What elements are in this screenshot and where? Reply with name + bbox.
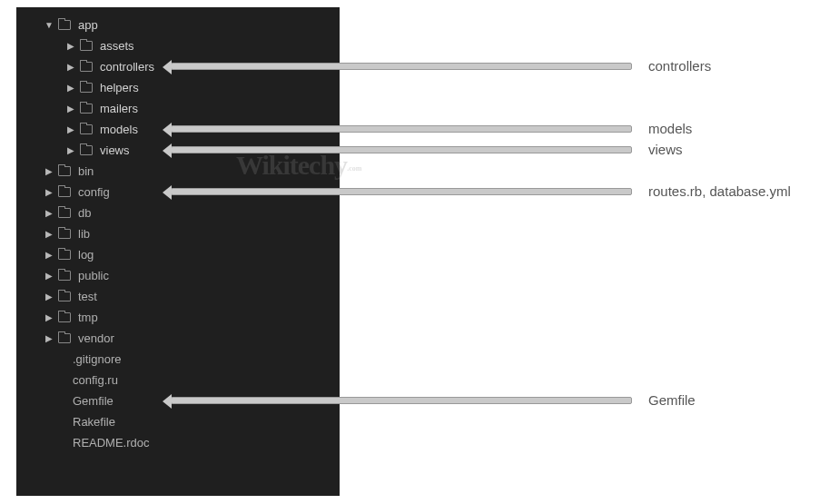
folder-icon — [58, 271, 71, 281]
callout-gemfile: Gemfile — [171, 392, 696, 408]
chevron-right-icon: ▶ — [65, 83, 76, 93]
tree-item-db[interactable]: ▶ db — [16, 203, 340, 223]
folder-icon — [58, 208, 71, 218]
watermark-sub: .com — [347, 164, 361, 173]
chevron-right-icon: ▶ — [65, 145, 76, 155]
folder-icon — [58, 292, 71, 301]
tree-item-public[interactable]: ▶ public — [16, 265, 340, 286]
tree-item-label: db — [78, 206, 91, 220]
tree-item-label: vendor — [78, 331, 114, 345]
arrow-icon — [171, 63, 632, 70]
chevron-right-icon: ▶ — [44, 292, 54, 301]
folder-icon — [58, 333, 71, 343]
tree-item-assets[interactable]: ▶ assets — [16, 35, 340, 56]
tree-item-label: README.rdoc — [73, 436, 150, 450]
folder-icon — [80, 145, 93, 155]
tree-item-label: log — [78, 248, 94, 262]
arrow-icon — [171, 125, 632, 133]
folder-icon — [80, 104, 93, 114]
chevron-right-icon: ▶ — [44, 229, 54, 239]
folder-icon — [80, 83, 93, 93]
tree-item-rakefile[interactable]: ▶ Rakefile — [16, 411, 340, 432]
tree-item-label: lib — [78, 227, 90, 241]
chevron-right-icon: ▶ — [44, 166, 54, 176]
chevron-right-icon: ▶ — [44, 187, 54, 197]
callout-models: models — [171, 121, 692, 136]
arrow-icon — [171, 146, 632, 153]
folder-icon — [58, 187, 71, 197]
file-tree-panel: ▼ app ▶ assets ▶ controllers ▶ helpers ▶… — [16, 7, 340, 496]
callout-label: models — [648, 121, 692, 136]
tree-item-label: test — [78, 290, 97, 303]
tree-item-label: bin — [78, 164, 94, 178]
folder-icon — [58, 229, 71, 239]
tree-item-app[interactable]: ▼ app — [16, 15, 340, 35]
tree-item-label: config.ru — [73, 373, 118, 387]
tree-item-lib[interactable]: ▶ lib — [16, 223, 340, 244]
tree-item-bin[interactable]: ▶ bin — [16, 161, 340, 182]
tree-item-label: public — [78, 269, 109, 282]
tree-item-helpers[interactable]: ▶ helpers — [16, 77, 340, 98]
tree-item-label: mailers — [100, 102, 138, 115]
tree-item-readme[interactable]: ▶ README.rdoc — [16, 432, 340, 453]
chevron-right-icon: ▶ — [44, 271, 54, 281]
chevron-right-icon: ▶ — [65, 124, 76, 134]
callout-label: Gemfile — [648, 392, 696, 408]
chevron-right-icon: ▶ — [44, 333, 54, 343]
chevron-right-icon: ▶ — [44, 312, 54, 322]
tree-item-gitignore[interactable]: ▶ .gitignore — [16, 349, 340, 370]
tree-item-label: config — [78, 185, 110, 199]
tree-item-label: models — [100, 123, 138, 136]
tree-item-label: views — [100, 143, 130, 157]
tree-item-label: helpers — [100, 81, 139, 94]
tree-item-label: Rakefile — [73, 415, 115, 429]
folder-icon — [80, 62, 93, 72]
chevron-down-icon: ▼ — [44, 20, 54, 30]
tree-item-label: tmp — [78, 311, 98, 324]
folder-icon — [58, 20, 71, 30]
arrow-icon — [171, 188, 632, 195]
chevron-right-icon: ▶ — [44, 208, 54, 218]
callout-config: routes.rb, database.yml — [171, 183, 791, 199]
chevron-right-icon: ▶ — [65, 104, 76, 114]
tree-item-label: controllers — [100, 60, 154, 74]
tree-item-configru[interactable]: ▶ config.ru — [16, 370, 340, 390]
callout-controllers: controllers — [171, 58, 711, 74]
chevron-right-icon: ▶ — [65, 41, 76, 51]
callout-label: controllers — [648, 58, 711, 74]
tree-item-label: app — [78, 18, 98, 32]
folder-icon — [58, 250, 71, 260]
chevron-right-icon: ▶ — [65, 62, 76, 72]
chevron-right-icon: ▶ — [44, 250, 54, 260]
tree-item-vendor[interactable]: ▶ vendor — [16, 328, 340, 349]
tree-item-test[interactable]: ▶ test — [16, 286, 340, 307]
tree-item-mailers[interactable]: ▶ mailers — [16, 98, 340, 119]
tree-item-tmp[interactable]: ▶ tmp — [16, 307, 340, 328]
callout-views: views — [171, 142, 683, 157]
tree-item-label: assets — [100, 39, 134, 53]
tree-item-label: .gitignore — [73, 352, 121, 366]
folder-icon — [58, 312, 71, 322]
folder-icon — [58, 166, 71, 176]
folder-icon — [80, 41, 93, 51]
callout-label: routes.rb, database.yml — [648, 183, 791, 199]
arrow-icon — [171, 397, 632, 404]
folder-icon — [80, 124, 93, 134]
callout-label: views — [648, 142, 683, 157]
tree-item-log[interactable]: ▶ log — [16, 244, 340, 265]
tree-item-label: Gemfile — [73, 394, 114, 408]
